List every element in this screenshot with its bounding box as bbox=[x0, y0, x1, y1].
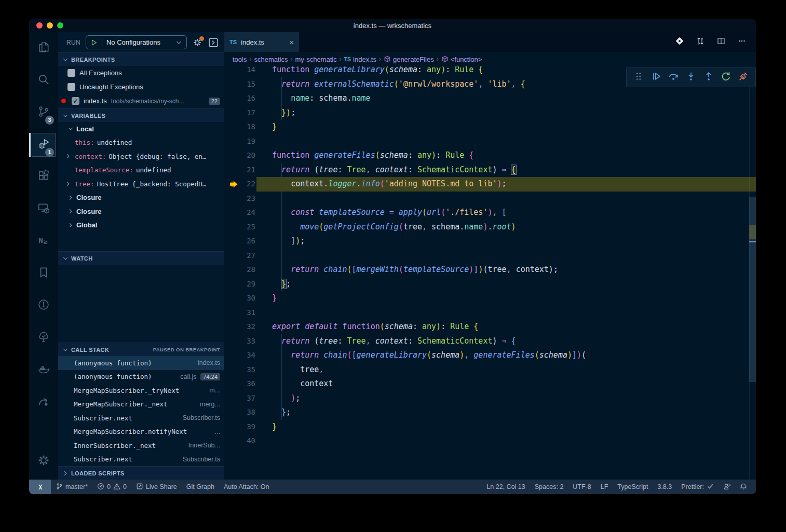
breadcrumb-item[interactable]: tools bbox=[233, 56, 247, 63]
activitybar-git-history[interactable] bbox=[29, 290, 58, 322]
line-number[interactable]: 32 bbox=[224, 320, 255, 334]
checkbox[interactable] bbox=[67, 83, 75, 91]
code-line-32[interactable]: 32export default function(schema: any): … bbox=[224, 320, 756, 334]
code-line-22[interactable]: 22 context.logger.info('adding NOTES.md … bbox=[224, 177, 756, 192]
overview-ruler[interactable] bbox=[749, 66, 756, 480]
statusbar-prettier[interactable]: Prettier: bbox=[676, 483, 719, 492]
step-out-button[interactable] bbox=[703, 71, 714, 84]
code-line-18[interactable]: 18} bbox=[224, 120, 756, 134]
statusbar-auto-attach[interactable]: Auto Attach: On bbox=[219, 483, 274, 490]
breakpoints-section-header[interactable]: BREAKPOINTS bbox=[58, 52, 224, 66]
statusbar-indentation[interactable]: Spaces: 2 bbox=[530, 483, 568, 490]
breakpoint-row[interactable]: Uncaught Exceptions bbox=[58, 80, 224, 94]
statusbar-encoding[interactable]: UTF-8 bbox=[568, 483, 595, 490]
code-line-25[interactable]: 25 move(getProjectConfig(tree, schema.na… bbox=[224, 220, 756, 235]
variable-row[interactable]: tree:HostTree {_backend: ScopedH… bbox=[58, 177, 224, 191]
debug-console-icon[interactable] bbox=[208, 37, 219, 48]
activitybar-bookmarks[interactable] bbox=[29, 257, 58, 290]
start-debug-icon[interactable] bbox=[90, 39, 98, 46]
statusbar-ts-version[interactable]: 3.8.3 bbox=[653, 483, 676, 490]
close-tab-icon[interactable]: × bbox=[289, 38, 294, 47]
code-line-33[interactable]: 33 return (tree: Tree, context: Schemati… bbox=[224, 334, 756, 349]
line-number[interactable]: 18 bbox=[224, 120, 255, 134]
line-number[interactable]: 16 bbox=[224, 91, 255, 106]
call-stack-frame[interactable]: (anonymous function)call.js74:24 bbox=[58, 370, 224, 384]
code-line-27[interactable]: 27 bbox=[224, 249, 756, 263]
breadcrumb-item[interactable]: <function> bbox=[441, 56, 482, 63]
checkbox[interactable] bbox=[67, 69, 75, 77]
line-number[interactable]: 21 bbox=[224, 163, 255, 178]
traffic-lights[interactable] bbox=[36, 22, 63, 29]
statusbar-problems[interactable]: 00 bbox=[92, 483, 131, 492]
activitybar-testing[interactable] bbox=[29, 322, 58, 354]
line-number[interactable]: 33 bbox=[224, 334, 255, 349]
line-number[interactable]: 14 bbox=[224, 66, 255, 77]
call-stack-frame[interactable]: MergeMapSubscriber.notifyNext... bbox=[58, 425, 224, 439]
line-number[interactable]: 22 bbox=[224, 177, 255, 192]
line-number[interactable]: 30 bbox=[224, 291, 255, 306]
line-number[interactable]: 29 bbox=[224, 277, 255, 292]
code-line-20[interactable]: 20function generateFiles(schema: any): R… bbox=[224, 148, 756, 163]
statusbar-cursor-position[interactable]: Ln 22, Col 13 bbox=[482, 483, 530, 490]
call-stack-frame[interactable]: Subscriber.nextSubscriber.ts bbox=[58, 453, 224, 467]
line-number[interactable]: 24 bbox=[224, 206, 255, 220]
variable-row[interactable]: templateSource:undefined bbox=[58, 163, 224, 178]
code-line-17[interactable]: 17 }); bbox=[224, 106, 756, 120]
code-line-31[interactable]: 31 bbox=[224, 306, 756, 320]
activitybar-explorer[interactable] bbox=[29, 32, 58, 64]
activitybar-source-control[interactable]: 3 bbox=[29, 97, 58, 129]
code-editor[interactable]: 14function generateLibrary(schema: any):… bbox=[224, 66, 756, 480]
checkbox[interactable]: ✓ bbox=[72, 97, 79, 105]
code-line-38[interactable]: 38 }; bbox=[224, 405, 756, 420]
line-number[interactable]: 27 bbox=[224, 249, 255, 263]
run-or-debug-button[interactable] bbox=[675, 36, 684, 48]
activitybar-docker[interactable] bbox=[29, 354, 58, 386]
variable-row[interactable]: context:Object {debug: false, en… bbox=[58, 149, 224, 163]
continue-button[interactable] bbox=[651, 71, 662, 84]
call-stack-frame[interactable]: MergeMapSubscriber._tryNextm... bbox=[58, 384, 224, 398]
scrollbar-thumb[interactable] bbox=[749, 197, 756, 382]
code-line-16[interactable]: 16 name: schema.name bbox=[224, 91, 756, 106]
watch-section-header[interactable]: WATCH bbox=[58, 251, 224, 265]
step-over-button[interactable] bbox=[668, 71, 679, 84]
open-changes-button[interactable] bbox=[696, 36, 705, 48]
step-into-button[interactable] bbox=[685, 71, 697, 84]
line-number[interactable]: 37 bbox=[224, 391, 255, 406]
line-number[interactable]: 35 bbox=[224, 363, 255, 377]
call-stack-section-header[interactable]: CALL STACK PAUSED ON BREAKPOINT bbox=[58, 343, 224, 356]
line-number[interactable]: 19 bbox=[224, 134, 255, 149]
drag-grip[interactable] bbox=[633, 71, 644, 84]
code-line-30[interactable]: 30} bbox=[224, 291, 756, 306]
line-number[interactable]: 25 bbox=[224, 220, 255, 235]
breadcrumb-item[interactable]: generateFiles bbox=[384, 56, 434, 63]
variables-scope-closure[interactable]: Closure bbox=[58, 204, 224, 219]
line-number[interactable]: 26 bbox=[224, 234, 255, 249]
code-line-36[interactable]: 36 context bbox=[224, 377, 756, 391]
line-number[interactable]: 17 bbox=[224, 106, 255, 120]
breakpoint-row[interactable]: ✓index.tstools/schematics/my-sch...22 bbox=[58, 94, 224, 108]
variables-scope-global[interactable]: Global bbox=[58, 219, 224, 233]
variables-scope-local[interactable]: Local bbox=[58, 122, 224, 136]
code-line-21[interactable]: 21 return (tree: Tree, context: Schemati… bbox=[224, 163, 756, 178]
code-line-24[interactable]: 24 const templateSource = apply(url('./f… bbox=[224, 206, 756, 220]
code-line-29[interactable]: 29 }; bbox=[224, 277, 756, 292]
activitybar-manage[interactable] bbox=[29, 443, 58, 480]
code-line-39[interactable]: 39} bbox=[224, 420, 756, 434]
call-stack-frame[interactable]: MergeMapSubscriber._nextmerg... bbox=[58, 398, 224, 412]
variables-section-header[interactable]: VARIABLES bbox=[58, 108, 224, 122]
activitybar-nx-console[interactable]: N≥ bbox=[29, 225, 58, 257]
line-number[interactable]: 34 bbox=[224, 348, 255, 363]
line-number[interactable]: 36 bbox=[224, 377, 255, 391]
statusbar-live-share[interactable]: Live Share bbox=[131, 483, 182, 492]
line-number[interactable]: 15 bbox=[224, 77, 255, 92]
code-line-26[interactable]: 26 ]); bbox=[224, 234, 756, 249]
tab-index-ts[interactable]: TS index.ts × bbox=[224, 32, 299, 52]
breadcrumb-item[interactable]: my-schematic bbox=[295, 56, 337, 63]
line-number[interactable]: 39 bbox=[224, 420, 255, 434]
activitybar-run-and-debug[interactable]: 1 bbox=[29, 129, 58, 161]
line-number[interactable]: 20 bbox=[224, 148, 255, 163]
code-line-34[interactable]: 34 return chain([generateLibrary(schema)… bbox=[224, 348, 756, 363]
statusbar-language-mode[interactable]: TypeScript bbox=[613, 483, 653, 490]
loaded-scripts-section-header[interactable]: LOADED SCRIPTS bbox=[58, 466, 224, 480]
activitybar-search[interactable] bbox=[29, 64, 58, 97]
